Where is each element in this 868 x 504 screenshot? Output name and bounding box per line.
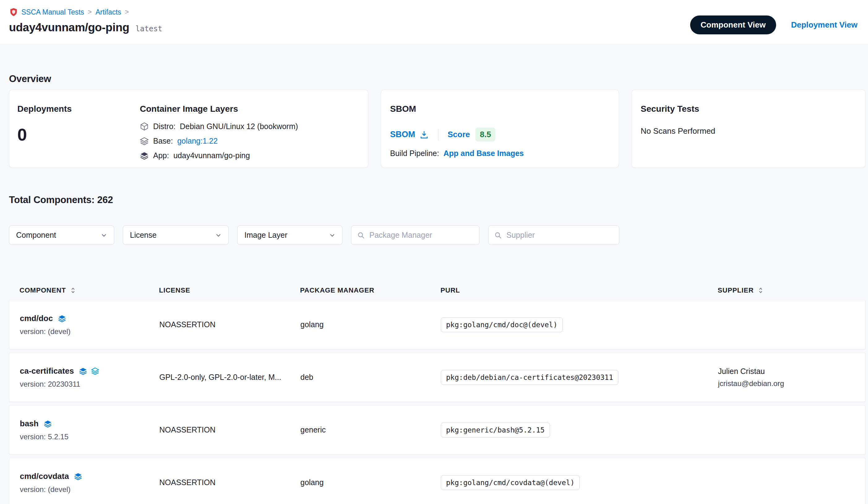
table-row[interactable]: ca-certificates version: 20230311 GPL-2.… [9,353,866,402]
app-label: App: [153,151,169,160]
filters-bar: Component License Image Layer [9,225,866,245]
component-cell: cmd/covdata version: (devel) [20,472,159,494]
supplier-email: jcristau@debian.org [718,379,856,388]
layer-icons [74,472,82,481]
divider [438,129,438,141]
component-name: cmd/doc [20,314,53,323]
image-layers-list: Distro: Debian GNU/Linux 12 (bookworm) B… [140,122,298,160]
deployments-layers-card: Deployments 0 Container Image Layers Dis… [9,90,369,168]
column-header-package-manager: PACKAGE MANAGER [300,286,441,294]
purl-cell: pkg:generic/bash@5.2.15 [441,423,718,437]
supplier-search [488,225,619,245]
column-header-component[interactable]: COMPONENT [20,286,159,294]
layers-icon [58,314,66,323]
purl-chip[interactable]: pkg:deb/debian/ca-certificates@20230311 [441,370,618,385]
breadcrumb-separator: > [124,8,130,16]
image-layer-filter-dropdown[interactable]: Image Layer [237,225,342,245]
image-layers-title: Container Image Layers [140,104,298,114]
header-left: SSCA Manual Tests > Artifacts > uday4vun… [9,8,162,34]
purl-cell: pkg:golang/cmd/covdata@(devel) [441,475,718,490]
breadcrumb-separator: > [87,8,93,16]
sbom-download-link[interactable]: SBOM [390,130,429,139]
purl-chip[interactable]: pkg:generic/bash@5.2.15 [441,423,550,437]
purl-chip[interactable]: pkg:golang/cmd/doc@(devel) [441,317,563,332]
column-header-purl: PURL [441,286,718,294]
distro-line: Distro: Debian GNU/Linux 12 (bookworm) [140,122,298,131]
purl-cell: pkg:deb/debian/ca-certificates@20230311 [441,370,718,385]
component-filter-dropdown[interactable]: Component [9,225,114,245]
component-name: bash [20,419,39,429]
layer-icons [58,314,66,323]
supplier-input[interactable] [506,231,613,240]
component-cell: ca-certificates version: 20230311 [20,366,159,389]
harness-logo-icon[interactable] [9,8,18,17]
view-switch: Component View Deployment View [690,16,857,34]
sbom-row: SBOM Score 8.5 [390,128,606,141]
component-version: version: (devel) [20,327,159,336]
component-cell: bash version: 5.2.15 [20,419,159,441]
purl-cell: pkg:golang/cmd/doc@(devel) [441,317,718,332]
sbom-card: SBOM SBOM Score 8.5 Build Pipeline: App … [381,90,619,168]
table-header-row: COMPONENT LICENSE PACKAGE MANAGER PURL S… [9,281,866,300]
title-row: uday4vunnam/go-ping latest [9,21,162,34]
app-value: uday4vunnam/go-ping [173,151,250,160]
breadcrumb-project-link[interactable]: SSCA Manual Tests [21,8,84,17]
package-manager-cell: deb [300,373,441,382]
package-manager-cell: generic [300,425,441,434]
package-manager-search [351,225,479,245]
security-tests-status: No Scans Performed [641,126,853,136]
build-pipeline-link[interactable]: App and Base Images [443,149,524,158]
component-version: version: 20230311 [20,380,159,389]
deployments-section: Deployments 0 [17,104,140,155]
license-cell: NOASSERTION [159,478,300,487]
sort-icon [757,287,764,294]
layers-icon [140,151,149,160]
breadcrumb: SSCA Manual Tests > Artifacts > [9,8,162,17]
main-content: Overview Deployments 0 Container Image L… [0,73,868,504]
page-header: SSCA Manual Tests > Artifacts > uday4vun… [0,0,868,44]
security-tests-card: Security Tests No Scans Performed [631,90,866,168]
overview-heading: Overview [9,73,866,84]
purl-chip[interactable]: pkg:golang/cmd/covdata@(devel) [441,475,580,490]
build-pipeline-label: Build Pipeline: [390,149,439,158]
page-title: uday4vunnam/go-ping [9,21,129,34]
layers-icon [91,367,99,375]
package-manager-input[interactable] [369,231,474,240]
package-manager-cell: golang [300,478,441,487]
column-header-supplier[interactable]: SUPPLIER [718,286,856,294]
component-name: cmd/covdata [20,472,69,481]
download-icon [420,130,429,139]
layers-icon [140,137,149,145]
breadcrumb-artifacts-link[interactable]: Artifacts [96,8,121,17]
score-badge: 8.5 [475,128,495,141]
deployment-view-button[interactable]: Deployment View [791,20,857,30]
security-tests-title: Security Tests [641,104,853,114]
search-icon [357,231,365,239]
table-row[interactable]: cmd/covdata version: (devel) NOASSERTION… [9,458,866,504]
component-version: version: 5.2.15 [20,433,159,441]
total-components-heading: Total Components: 262 [9,194,866,205]
license-filter-dropdown[interactable]: License [123,225,229,245]
components-table-body: cmd/doc version: (devel) NOASSERTION gol… [9,300,866,504]
layers-icon [79,367,87,375]
table-row[interactable]: bash version: 5.2.15 NOASSERTION generic… [9,405,866,454]
distro-value: Debian GNU/Linux 12 (bookworm) [180,122,298,131]
layer-icons [44,420,52,428]
supplier-name: Julien Cristau [718,367,856,376]
deployments-title: Deployments [17,104,140,114]
cube-icon [140,122,149,131]
chevron-down-icon [100,232,108,239]
base-line: Base: golang:1.22 [140,137,298,145]
license-cell: NOASSERTION [159,320,300,329]
base-image-link[interactable]: golang:1.22 [177,137,218,145]
layers-icon [74,472,82,481]
component-version: version: (devel) [20,485,159,494]
component-view-button[interactable]: Component View [690,16,776,34]
deployments-count: 0 [17,124,140,144]
component-cell: cmd/doc version: (devel) [20,314,159,336]
overview-cards: Deployments 0 Container Image Layers Dis… [9,90,866,168]
chevron-down-icon [215,232,222,239]
score-label: Score [448,130,470,139]
build-pipeline-row: Build Pipeline: App and Base Images [390,149,606,158]
table-row[interactable]: cmd/doc version: (devel) NOASSERTION gol… [9,300,866,349]
